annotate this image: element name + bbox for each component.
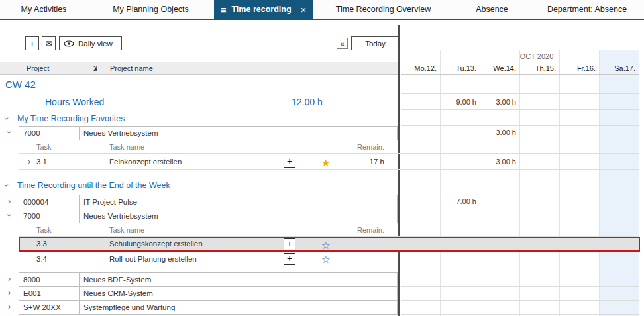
- project-row-7000[interactable]: › 7000 Neues Vertriebsystem: [0, 209, 644, 223]
- favorite-star-outline-icon[interactable]: ☆: [321, 252, 330, 267]
- week-section-header[interactable]: › Time Recording until the End of the We…: [0, 178, 644, 193]
- tab-department-absence[interactable]: Department: Absence: [530, 0, 644, 19]
- expand-chevron-icon[interactable]: ›: [8, 195, 11, 208]
- project-name-cell[interactable]: Neues Vertriebsystem: [79, 209, 398, 223]
- hours-cell-tu: 9.00 h: [441, 94, 480, 110]
- hours-worked-label: Hours Worked: [45, 94, 104, 110]
- task-column-header: Task: [36, 223, 52, 237]
- project-hours-cell-we[interactable]: 3.00 h: [480, 126, 520, 140]
- add-time-entry-button[interactable]: +: [284, 238, 295, 250]
- tab-label: Department: Absence: [547, 5, 627, 14]
- project-name-cell[interactable]: Neues CRM-System: [79, 286, 398, 301]
- task-hours-cell-we[interactable]: 3.00 h: [480, 154, 520, 170]
- expand-chevron-icon[interactable]: ›: [8, 272, 11, 286]
- tab-time-recording[interactable]: ≡ Time recording ×: [214, 0, 313, 19]
- view-mode-label: Daily view: [78, 40, 113, 48]
- add-time-entry-button[interactable]: +: [284, 156, 295, 168]
- project-id-cell[interactable]: 7000: [19, 126, 80, 140]
- calendar-header-divider: [401, 74, 639, 75]
- favorites-section-header[interactable]: › My Time Recording Favorites: [0, 111, 644, 126]
- project-row-E001[interactable]: › E001 Neues CRM-System: [0, 286, 644, 301]
- task-name: Roll-out Planung erstellen: [109, 252, 197, 266]
- eye-icon: [64, 40, 74, 47]
- tab-absence[interactable]: Absence: [454, 0, 530, 19]
- task-row-3-4[interactable]: 3.4 Roll-out Planung erstellen + ☆: [0, 252, 644, 266]
- add-button[interactable]: +: [25, 36, 39, 50]
- favorites-section-title: My Time Recording Favorites: [17, 111, 125, 126]
- collapse-chevron-icon[interactable]: ›: [3, 131, 16, 134]
- task-name: Schulungskonzept erstellen: [109, 237, 203, 252]
- sort-ascending-icon: ▲: [93, 62, 98, 74]
- close-tab-icon[interactable]: ×: [301, 4, 307, 15]
- task-column-header-row: Task Task name Remain.: [0, 223, 644, 237]
- project-name-cell[interactable]: Neues Vertriebsystem: [79, 126, 398, 140]
- collapse-chevron-icon[interactable]: ›: [0, 117, 14, 120]
- expand-chevron-icon[interactable]: ›: [8, 286, 11, 299]
- project-row-7000-favorites[interactable]: › 7000 Neues Vertriebsystem 3.00 h: [0, 126, 644, 140]
- task-name: Feinkonzept erstellen: [109, 154, 182, 170]
- tab-label: Absence: [476, 5, 508, 14]
- day-header-mo[interactable]: Mo.12.: [401, 64, 441, 74]
- tab-my-activities[interactable]: My Activities: [0, 0, 87, 19]
- daily-view-button[interactable]: Daily view: [59, 36, 122, 50]
- project-id-cell[interactable]: 8000: [19, 272, 80, 287]
- project-row-sw20xx[interactable]: › S+W 20XX Systempflege und Wartung: [0, 300, 644, 315]
- add-time-entry-button[interactable]: +: [284, 253, 295, 265]
- tab-label: My Planning Objects: [113, 5, 189, 14]
- week-label: CW 42: [5, 76, 36, 94]
- remain-column-header: Remain.: [331, 223, 384, 237]
- task-row-3-1[interactable]: › 3.1 Feinkonzept erstellen + ★ 17 h 3.0…: [0, 154, 644, 170]
- project-column-header[interactable]: Project: [27, 62, 49, 74]
- mail-button[interactable]: ✉: [42, 36, 56, 50]
- tab-bar: My Activities My Planning Objects ≡ Time…: [0, 0, 644, 20]
- day-header-th[interactable]: Th.15.: [520, 64, 560, 74]
- previous-period-button[interactable]: «: [337, 38, 348, 49]
- week-group-row: CW 42: [0, 76, 644, 94]
- collapse-chevron-icon[interactable]: ›: [0, 184, 15, 187]
- task-column-header: Task: [36, 140, 52, 154]
- task-row-3-3-selected[interactable]: 3.3 Schulungskonzept erstellen + ☆: [0, 237, 644, 252]
- task-name-column-header: Task name: [109, 223, 144, 237]
- time-recording-app: My Activities My Planning Objects ≡ Time…: [0, 0, 644, 316]
- day-header-fr[interactable]: Fr.16.: [560, 64, 600, 74]
- hours-worked-total: 12.00 h: [292, 94, 323, 110]
- task-column-header-row: Task Task name Remain.: [0, 140, 644, 154]
- project-id-cell[interactable]: 000004: [19, 195, 80, 209]
- tab-label: My Activities: [21, 5, 67, 14]
- collapse-chevron-icon[interactable]: ›: [3, 214, 16, 217]
- tab-my-planning-objects[interactable]: My Planning Objects: [87, 0, 214, 19]
- project-hours-cell-tu[interactable]: 7.00 h: [441, 195, 480, 209]
- expand-chevron-icon[interactable]: ›: [28, 154, 30, 170]
- project-name-cell[interactable]: IT Project Pulse: [79, 195, 398, 209]
- project-row-8000[interactable]: › 8000 Neues BDE-System: [0, 272, 644, 287]
- day-header-tu[interactable]: Tu.13.: [441, 64, 480, 74]
- project-name-column-header[interactable]: Project name: [110, 62, 153, 74]
- project-name-cell[interactable]: Neues BDE-System: [79, 272, 398, 287]
- project-name-cell[interactable]: Systempflege und Wartung: [79, 300, 398, 315]
- month-label: OCT 2020: [401, 52, 644, 60]
- week-section-title: Time Recording until the End of the Week: [17, 178, 170, 193]
- day-header-sa[interactable]: Sa.17.: [600, 64, 639, 74]
- hamburger-menu-icon[interactable]: ≡: [221, 4, 227, 15]
- project-id-cell[interactable]: 7000: [19, 209, 80, 223]
- project-id-cell[interactable]: S+W 20XX: [19, 300, 80, 315]
- tab-label: Time Recording Overview: [336, 5, 431, 14]
- task-id: 3.3: [36, 237, 47, 252]
- table-header: Project 2▲ Project name: [0, 62, 398, 75]
- favorite-star-outline-icon[interactable]: ☆: [321, 238, 330, 253]
- project-id-cell[interactable]: E001: [19, 286, 80, 301]
- task-remaining-hours: 17 h: [331, 154, 384, 170]
- expand-chevron-icon[interactable]: ›: [8, 300, 11, 313]
- tab-label: Time recording: [231, 5, 291, 14]
- hours-cell-we: 3.00 h: [480, 94, 520, 110]
- tab-time-recording-overview[interactable]: Time Recording Overview: [313, 0, 454, 19]
- day-header-we[interactable]: We.14.: [480, 64, 520, 74]
- task-id: 3.1: [36, 154, 47, 170]
- remain-column-header: Remain.: [331, 140, 384, 154]
- hours-worked-row: Hours Worked 12.00 h 9.00 h 3.00 h: [0, 94, 644, 110]
- task-name-column-header: Task name: [109, 140, 144, 154]
- task-id: 3.4: [36, 252, 47, 266]
- project-row-000004[interactable]: › 000004 IT Project Pulse 7.00 h: [0, 195, 644, 209]
- today-button[interactable]: Today: [351, 36, 400, 50]
